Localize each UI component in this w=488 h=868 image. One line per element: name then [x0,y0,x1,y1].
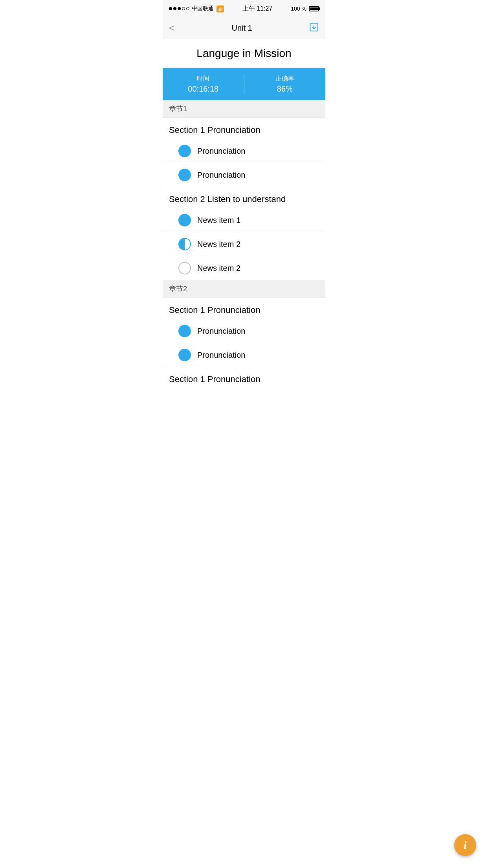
battery-percentage: 100 % [291,6,306,12]
time-label: 时间 [163,75,244,83]
wifi-icon: 📶 [216,5,224,13]
progress-circle [178,238,191,250]
accuracy-label: 正确率 [244,75,326,83]
nav-bar: < Unit 1 [163,17,325,39]
list-item-label: Pronunciation [197,327,245,336]
accuracy-stat: 正确率 86% [244,75,326,94]
list-item[interactable]: Pronunciation [163,343,325,367]
signal-dot-3 [178,7,181,10]
status-time: 上午 11:27 [242,5,272,13]
signal-indicator [169,7,189,10]
progress-circle [178,169,191,181]
back-chevron-icon: < [169,22,175,34]
battery-icon [309,6,319,11]
carrier-name: 中国联通 [192,5,214,12]
list-item[interactable]: Pronunciation [163,139,325,163]
list-item[interactable]: News item 2 [163,232,325,256]
signal-dot-5 [186,7,189,10]
time-stat: 时间 00:16:18 [163,75,244,94]
status-left: 中国联通 📶 [169,5,224,13]
list-item-label: News item 1 [197,216,240,225]
status-bar: 中国联通 📶 上午 11:27 100 % [163,0,325,17]
list-item-label: Pronunciation [197,147,245,156]
progress-circle [178,325,191,337]
signal-dot-4 [182,7,185,10]
list-item[interactable]: News item 2 [163,256,325,280]
stats-banner: 时间 00:16:18 正确率 86% [163,68,325,100]
signal-dot-2 [173,7,176,10]
status-right: 100 % [291,6,319,12]
progress-circle [178,214,191,226]
signal-dot-1 [169,7,172,10]
section-title-2-2: Section 1 Pronunciation [163,367,325,388]
section-title-2-1: Section 1 Pronunciation [163,298,325,319]
accuracy-value: 86% [244,85,326,94]
chapters-container: 章节1Section 1 PronunciationPronunciationP… [163,100,325,388]
chapter-header-1: 章节1 [163,100,325,118]
chapter-header-2: 章节2 [163,280,325,298]
list-item[interactable]: Pronunciation [163,319,325,343]
list-item[interactable]: News item 1 [163,208,325,232]
list-item-label: Pronunciation [197,351,245,360]
section-title-1-1: Section 1 Pronunciation [163,118,325,139]
page-title-section: Languge in Mission [163,39,325,68]
list-item-label: News item 2 [197,264,240,273]
back-button[interactable]: < [169,22,175,34]
page-title: Languge in Mission [169,47,319,60]
progress-circle [178,262,191,274]
progress-circle [178,349,191,361]
section-title-1-2: Section 2 Listen to understand [163,187,325,208]
progress-circle [178,145,191,157]
download-icon [309,22,319,32]
list-item-label: News item 2 [197,240,240,249]
nav-title: Unit 1 [231,24,252,33]
download-button[interactable] [309,22,319,35]
time-value: 00:16:18 [163,85,244,94]
list-item[interactable]: Pronunciation [163,163,325,187]
list-item-label: Pronunciation [197,171,245,180]
